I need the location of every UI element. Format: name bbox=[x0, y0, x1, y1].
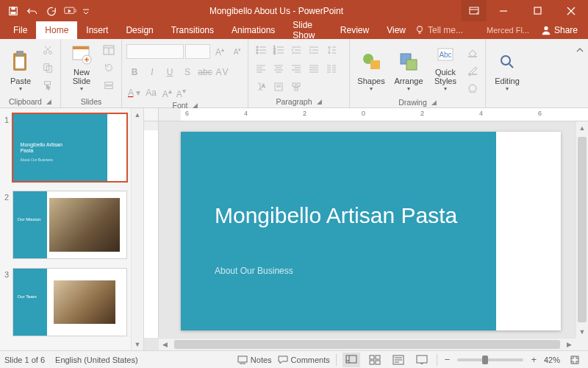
account-name[interactable]: Merced Fl... bbox=[482, 26, 534, 35]
shape-fill-button[interactable] bbox=[465, 45, 481, 61]
smartart-button[interactable] bbox=[288, 79, 304, 95]
maximize-button[interactable] bbox=[520, 0, 554, 21]
save-button[interactable] bbox=[4, 2, 22, 20]
tab-file[interactable]: File bbox=[4, 21, 36, 39]
qat-customize-button[interactable] bbox=[81, 2, 91, 20]
close-button[interactable] bbox=[554, 0, 588, 21]
slide-title[interactable]: Mongibello Artisan Pasta bbox=[215, 202, 457, 229]
tab-slideshow[interactable]: Slide Show bbox=[284, 21, 331, 39]
cut-button[interactable] bbox=[40, 42, 56, 58]
decrease-indent-button[interactable] bbox=[288, 42, 304, 58]
language-indicator[interactable]: English (United States) bbox=[55, 355, 138, 364]
shapes-button[interactable]: Shapes ▾ bbox=[354, 40, 388, 93]
fit-to-window-button[interactable] bbox=[566, 353, 584, 367]
start-from-beginning-button[interactable] bbox=[62, 2, 79, 20]
align-right-button[interactable] bbox=[288, 60, 304, 77]
font-color-button[interactable]: A ▾ bbox=[126, 85, 142, 101]
scroll-up-button[interactable]: ▲ bbox=[576, 121, 588, 134]
tell-me-search[interactable]: Tell me... bbox=[415, 25, 481, 35]
collapse-ribbon-button[interactable] bbox=[572, 42, 588, 58]
increase-font-button[interactable]: A▴ bbox=[212, 43, 228, 60]
scroll-up-button[interactable]: ▲ bbox=[132, 108, 143, 121]
slideshow-view-button[interactable] bbox=[413, 353, 431, 367]
zoom-percentage[interactable]: 42% bbox=[544, 355, 560, 364]
line-spacing-button[interactable] bbox=[323, 42, 340, 58]
comments-button[interactable]: Comments bbox=[278, 355, 330, 364]
clear-formatting-button[interactable]: A▾ bbox=[175, 85, 187, 101]
scroll-right-button[interactable]: ▶ bbox=[563, 339, 576, 350]
font-family-combo[interactable] bbox=[126, 44, 184, 59]
zoom-slider[interactable] bbox=[457, 358, 523, 361]
numbering-button[interactable]: 123 bbox=[270, 42, 287, 58]
quick-styles-button[interactable]: Abc Quick Styles ▾ bbox=[429, 40, 462, 93]
increase-indent-button[interactable] bbox=[306, 42, 322, 58]
font-size-combo[interactable] bbox=[185, 44, 210, 59]
vertical-scrollbar[interactable]: ▲ ▼ bbox=[576, 121, 588, 338]
reading-view-button[interactable] bbox=[390, 353, 407, 367]
scroll-left-button[interactable]: ◀ bbox=[159, 339, 171, 350]
bold-button[interactable]: B bbox=[126, 64, 143, 80]
thumbnail-slide-2[interactable]: Our Mission bbox=[13, 191, 126, 258]
scroll-track[interactable] bbox=[132, 121, 143, 338]
zoom-out-button[interactable]: − bbox=[443, 354, 452, 365]
thumbnail-slide-1[interactable]: Mongibello Artisan Pasta About Our Busin… bbox=[13, 114, 126, 181]
drawing-dialog-launcher[interactable]: ◢ bbox=[431, 99, 437, 106]
underline-button[interactable]: U bbox=[162, 64, 178, 80]
shadow-button[interactable]: S bbox=[179, 64, 196, 80]
tab-animations[interactable]: Animations bbox=[223, 21, 284, 39]
section-button[interactable] bbox=[101, 77, 117, 93]
copy-button[interactable] bbox=[40, 60, 56, 76]
arrange-button[interactable]: Arrange ▾ bbox=[391, 40, 426, 93]
redo-button[interactable] bbox=[43, 2, 60, 20]
editing-button[interactable]: Editing ▾ bbox=[490, 40, 524, 93]
tab-review[interactable]: Review bbox=[331, 21, 378, 39]
clipboard-dialog-launcher[interactable]: ◢ bbox=[46, 98, 51, 105]
minimize-button[interactable] bbox=[487, 0, 520, 21]
bullets-button[interactable] bbox=[253, 42, 269, 58]
paragraph-dialog-launcher[interactable]: ◢ bbox=[317, 98, 322, 105]
slide-sorter-view-button[interactable] bbox=[366, 353, 384, 367]
horizontal-scrollbar[interactable]: ◀ ▶ bbox=[159, 338, 576, 350]
tab-design[interactable]: Design bbox=[117, 21, 162, 39]
slide-canvas[interactable]: Mongibello Artisan Pasta About Our Busin… bbox=[159, 121, 576, 338]
zoom-in-button[interactable]: + bbox=[529, 354, 538, 365]
share-button[interactable]: Share bbox=[535, 25, 584, 35]
zoom-slider-thumb[interactable] bbox=[482, 355, 488, 364]
notes-button[interactable]: Notes bbox=[237, 355, 272, 364]
align-left-button[interactable] bbox=[253, 60, 269, 77]
slide[interactable]: Mongibello Artisan Pasta About Our Busin… bbox=[181, 132, 561, 330]
format-painter-button[interactable] bbox=[40, 77, 56, 93]
scroll-thumb[interactable] bbox=[174, 340, 560, 349]
slide-indicator[interactable]: Slide 1 of 6 bbox=[4, 355, 45, 364]
strikethrough-button[interactable]: abc bbox=[197, 64, 213, 80]
shape-outline-button[interactable] bbox=[465, 63, 481, 79]
align-text-button[interactable] bbox=[270, 79, 287, 95]
scroll-track[interactable] bbox=[576, 134, 588, 325]
scroll-down-button[interactable]: ▼ bbox=[576, 325, 588, 338]
scroll-down-button[interactable]: ▼ bbox=[132, 338, 143, 350]
thumbnails-scrollbar[interactable]: ▲ ▼ bbox=[131, 108, 143, 350]
horizontal-ruler-track[interactable]: 6 4 2 0 2 4 6 bbox=[159, 108, 588, 121]
thumbnail-slide-3[interactable]: Our Team bbox=[13, 269, 126, 336]
paste-button[interactable]: Paste ▾ bbox=[4, 40, 37, 93]
slide-layout-button[interactable] bbox=[101, 42, 117, 58]
tab-view[interactable]: View bbox=[378, 21, 415, 39]
italic-button[interactable]: I bbox=[144, 64, 160, 80]
change-case-button[interactable]: Aa bbox=[143, 85, 159, 101]
character-spacing-button[interactable]: AV bbox=[215, 64, 231, 80]
decrease-font-button[interactable]: A▾ bbox=[229, 43, 245, 60]
align-center-button[interactable] bbox=[270, 60, 287, 77]
vertical-ruler[interactable] bbox=[144, 121, 159, 338]
normal-view-button[interactable] bbox=[343, 353, 360, 367]
justify-button[interactable] bbox=[306, 60, 322, 77]
text-direction-button[interactable]: A bbox=[253, 79, 269, 95]
shape-effects-button[interactable] bbox=[465, 80, 481, 96]
reset-slide-button[interactable] bbox=[101, 60, 117, 76]
highlight-button[interactable]: A▴ bbox=[161, 85, 173, 101]
new-slide-button[interactable]: New Slide ▾ bbox=[65, 40, 98, 93]
columns-button[interactable] bbox=[323, 60, 340, 77]
tab-insert[interactable]: Insert bbox=[77, 21, 117, 39]
scroll-thumb[interactable] bbox=[578, 137, 587, 322]
tab-transitions[interactable]: Transitions bbox=[162, 21, 223, 39]
tab-home[interactable]: Home bbox=[36, 21, 77, 39]
